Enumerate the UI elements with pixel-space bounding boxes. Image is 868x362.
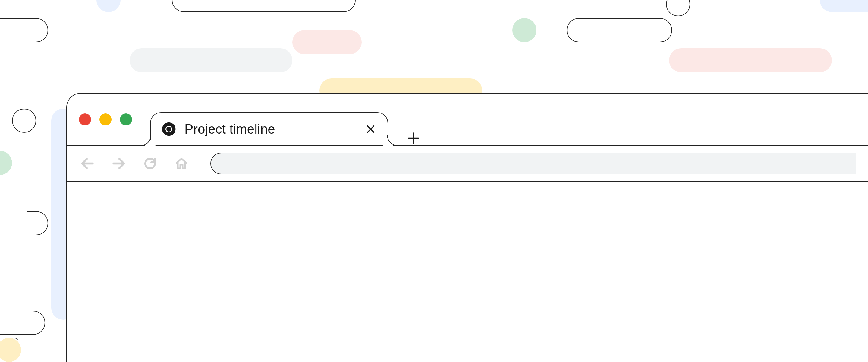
tab-strip: Project timeline	[67, 93, 868, 145]
decorative-shape	[292, 30, 362, 54]
browser-window: Project timeline	[66, 93, 868, 362]
window-minimize-button[interactable]	[99, 113, 112, 126]
window-controls	[79, 113, 132, 126]
decorative-shape	[513, 18, 536, 42]
decorative-shape	[172, 0, 355, 12]
browser-toolbar	[67, 145, 868, 182]
decorative-shape	[666, 0, 690, 16]
decorative-shape	[669, 48, 832, 73]
decorative-shape	[12, 109, 36, 133]
decorative-shape	[96, 0, 121, 12]
close-tab-button[interactable]	[365, 123, 377, 135]
decorative-shape	[27, 211, 48, 235]
decorative-shape	[130, 48, 292, 73]
tab-title: Project timeline	[184, 121, 356, 137]
window-maximize-button[interactable]	[120, 113, 132, 126]
address-bar[interactable]	[210, 152, 856, 174]
svg-point-4	[166, 127, 171, 132]
back-button[interactable]	[79, 155, 96, 172]
decorative-shape	[0, 311, 45, 335]
decorative-shape	[820, 0, 868, 12]
new-tab-button[interactable]	[406, 131, 421, 145]
decorative-shape	[0, 151, 12, 175]
decorative-shape	[567, 18, 672, 42]
home-button[interactable]	[173, 155, 190, 172]
window-close-button[interactable]	[79, 113, 91, 126]
reload-button[interactable]	[142, 155, 158, 172]
decorative-shape	[0, 338, 21, 362]
forward-button[interactable]	[110, 155, 127, 172]
decorative-shape	[0, 338, 18, 344]
chrome-icon	[161, 122, 176, 136]
decorative-shape	[0, 18, 48, 42]
browser-tab[interactable]: Project timeline	[150, 112, 388, 145]
